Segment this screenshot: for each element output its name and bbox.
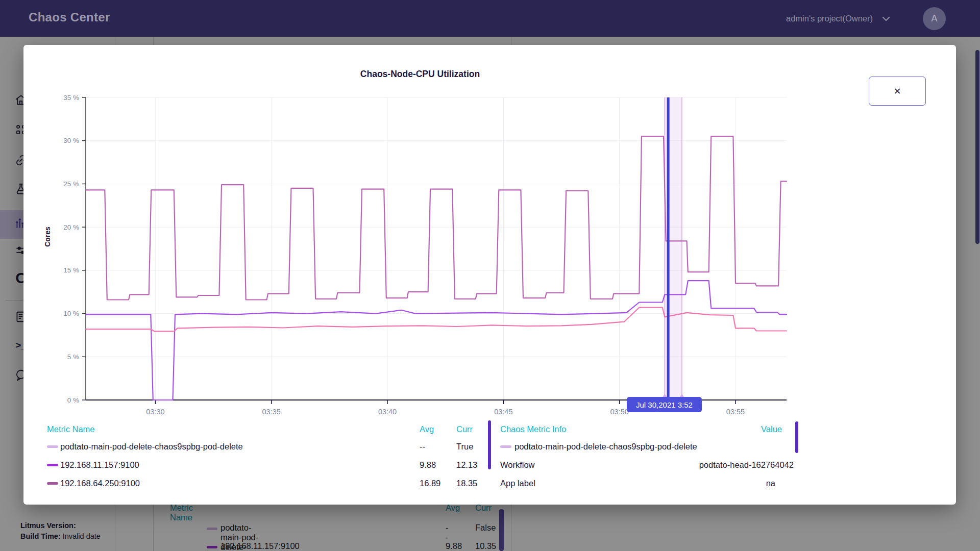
svg-text:30 %: 30 % [63, 137, 79, 144]
chart-area: 0 %5 %10 %15 %20 %25 %30 %35 %03:3003:35… [47, 92, 793, 419]
chaos-row2-value: podtato-head-162764042 [699, 456, 794, 473]
legend-row1-dash [47, 445, 58, 448]
legend-row1-avg: -- [420, 438, 425, 455]
chaos-row3-value: na [766, 474, 775, 492]
svg-text:03:45: 03:45 [494, 408, 512, 416]
svg-text:20 %: 20 % [63, 223, 79, 231]
svg-text:15 %: 15 % [63, 266, 79, 274]
project-selector[interactable]: admin's project(Owner) [786, 11, 890, 26]
svg-text:35 %: 35 % [63, 94, 79, 102]
svg-text:03:50: 03:50 [610, 408, 629, 416]
svg-text:10 %: 10 % [63, 310, 79, 317]
chaos-row2-label: Workflow [500, 456, 535, 473]
cpu-utilization-chart: 0 %5 %10 %15 %20 %25 %30 %35 %03:3003:35… [47, 92, 793, 419]
chaos-info-value-header: Value [761, 422, 782, 436]
project-selector-label: admin's project(Owner) [786, 14, 873, 23]
svg-text:25 %: 25 % [63, 180, 79, 188]
legend-header-avg: Avg [420, 422, 434, 436]
legend-row2-curr: 12.13 [456, 456, 477, 473]
legend-divider-bar [488, 420, 491, 469]
svg-text:03:40: 03:40 [378, 408, 397, 416]
legend-row3-dash [47, 482, 58, 485]
chaos-row1-label: podtato-main-pod-delete-chaos9spbg-pod-d… [514, 438, 697, 455]
chaos-row3-label: App label [500, 474, 535, 492]
legend-row3-curr: 18.35 [456, 474, 477, 492]
legend-row1-label: podtato-main-pod-delete-chaos9spbg-pod-d… [60, 438, 243, 455]
avatar[interactable]: A [923, 7, 946, 30]
legend-header-metric: Metric Name [47, 422, 95, 436]
svg-text:03:55: 03:55 [726, 408, 745, 416]
legend-row3-label: 192.168.64.250:9100 [60, 474, 140, 492]
svg-text:5 %: 5 % [67, 353, 79, 361]
avatar-letter: A [931, 13, 937, 24]
top-header: Chaos Center admin's project(Owner) A [0, 0, 980, 37]
app-title: Chaos Center [29, 10, 110, 24]
legend-header-curr: Curr [456, 422, 473, 436]
svg-text:03:35: 03:35 [262, 408, 281, 416]
close-button[interactable]: ✕ [869, 77, 926, 106]
legend-row2-avg: 9.88 [420, 456, 436, 473]
chaos-info-header: Chaos Metric Info [500, 422, 566, 436]
legend-row2-dash [47, 464, 58, 466]
chevron-down-icon [882, 14, 890, 23]
svg-text:0 %: 0 % [67, 396, 79, 404]
chart-modal: Chaos-Node-CPU Utilization ✕ Cores 0 %5 … [23, 45, 956, 505]
chaos-row1-dash [500, 445, 511, 448]
svg-text:03:30: 03:30 [146, 408, 164, 416]
close-icon: ✕ [893, 86, 901, 96]
chart-title: Chaos-Node-CPU Utilization [47, 69, 793, 80]
chart-tooltip: Jul 30,2021 3:52 [627, 397, 702, 412]
legend-row1-curr: True [456, 438, 473, 455]
legend-row3-avg: 16.89 [420, 474, 440, 492]
legend-row2-label: 192.168.11.157:9100 [60, 456, 139, 473]
chaos-info-divider-bar [795, 421, 798, 453]
